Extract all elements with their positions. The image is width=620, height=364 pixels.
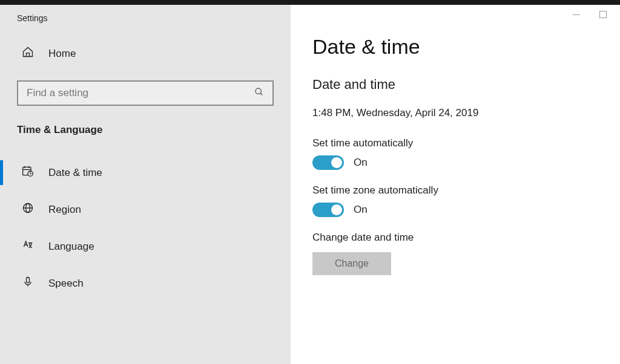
- toggle-knob: [331, 157, 342, 168]
- svg-line-1: [260, 93, 262, 95]
- search-box[interactable]: [17, 80, 274, 106]
- page-heading: Date & time: [312, 35, 620, 59]
- set-time-auto-label: Set time automatically: [312, 137, 620, 149]
- home-nav[interactable]: Home: [0, 41, 291, 66]
- search-input[interactable]: [27, 87, 254, 99]
- maximize-button[interactable]: [599, 11, 607, 18]
- set-time-auto-toggle[interactable]: [312, 155, 344, 170]
- set-tz-auto-state: On: [354, 204, 368, 216]
- home-label: Home: [48, 48, 76, 60]
- sidebar-item-language[interactable]: Language: [0, 228, 291, 265]
- sidebar: Settings Home Time & Language: [0, 5, 291, 364]
- change-button[interactable]: Change: [312, 252, 391, 275]
- calendar-clock-icon: [22, 165, 34, 180]
- sub-heading: Date and time: [312, 77, 620, 93]
- sidebar-item-date-time[interactable]: Date & time: [0, 154, 291, 191]
- svg-rect-12: [27, 278, 30, 283]
- main-content: Date & time Date and time 1:48 PM, Wedne…: [291, 5, 620, 364]
- current-datetime: 1:48 PM, Wednesday, April 24, 2019: [312, 107, 620, 119]
- sidebar-item-speech[interactable]: Speech: [0, 265, 291, 302]
- window-controls: [573, 11, 620, 18]
- search-icon: [254, 87, 264, 99]
- microphone-icon: [22, 276, 34, 291]
- sidebar-item-region[interactable]: Region: [0, 191, 291, 228]
- section-title: Time & Language: [0, 124, 291, 154]
- sidebar-item-label: Region: [48, 204, 81, 216]
- globe-icon: [22, 202, 34, 217]
- svg-line-8: [30, 174, 31, 174]
- svg-point-0: [256, 88, 261, 94]
- language-icon: [22, 239, 34, 254]
- window-topbar: [0, 0, 620, 5]
- sidebar-item-label: Speech: [48, 278, 84, 290]
- sidebar-item-label: Language: [48, 241, 94, 253]
- set-time-auto-state: On: [354, 157, 368, 169]
- change-datetime-label: Change date and time: [312, 232, 620, 244]
- set-tz-auto-label: Set time zone automatically: [312, 184, 620, 197]
- set-tz-auto-toggle[interactable]: [312, 203, 344, 217]
- toggle-knob: [331, 204, 342, 215]
- sidebar-item-label: Date & time: [48, 167, 102, 179]
- app-title: Settings: [0, 13, 291, 41]
- home-icon: [22, 46, 34, 61]
- minimize-button[interactable]: [573, 15, 580, 15]
